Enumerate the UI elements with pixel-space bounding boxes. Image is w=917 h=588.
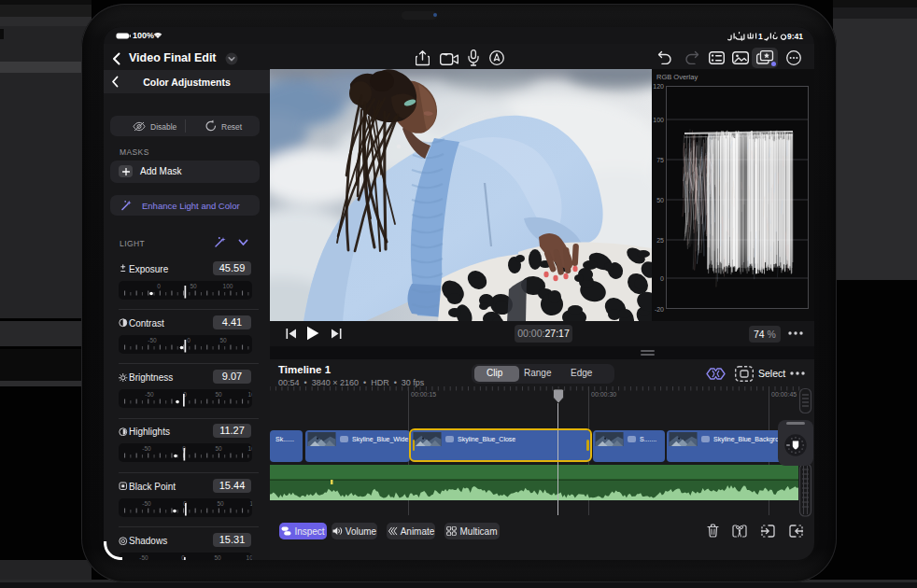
svg-text:00:00:45: 00:00:45 xyxy=(771,391,797,398)
svg-text:0: 0 xyxy=(660,275,664,282)
svg-text:-20: -20 xyxy=(655,306,664,313)
svg-text:50: 50 xyxy=(656,197,664,203)
svg-text:75: 75 xyxy=(656,157,664,163)
svg-text:00:00:30: 00:00:30 xyxy=(591,391,616,398)
svg-text:120: 120 xyxy=(653,83,664,90)
svg-text:25: 25 xyxy=(656,237,664,244)
svg-text:100: 100 xyxy=(653,117,664,123)
svg-text:00:00:15: 00:00:15 xyxy=(411,391,436,398)
svg-text:1: 1 xyxy=(758,31,763,40)
svg-text:9:41: 9:41 xyxy=(787,32,803,41)
